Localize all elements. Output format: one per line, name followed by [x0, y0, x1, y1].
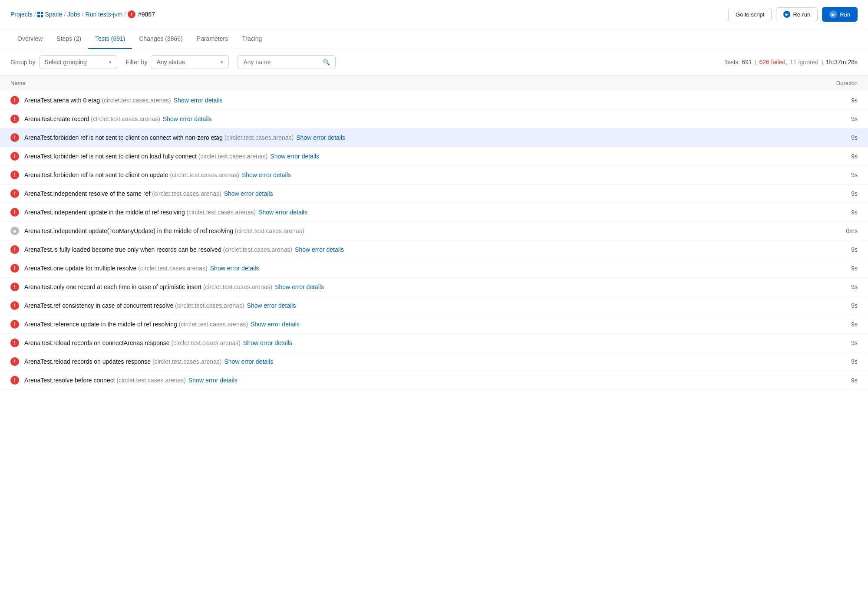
- search-icon: 🔍: [323, 59, 330, 66]
- table-header: Name Duration: [0, 76, 868, 91]
- tab-overview[interactable]: Overview: [10, 29, 50, 49]
- show-error-details-link[interactable]: Show error details: [296, 134, 345, 141]
- test-name: ArenaTest.independent update in the midd…: [24, 209, 818, 216]
- tab-tests[interactable]: Tests (691): [88, 29, 132, 49]
- show-error-details-link[interactable]: Show error details: [224, 358, 273, 365]
- breadcrumb-space[interactable]: Space: [37, 11, 62, 18]
- table-row[interactable]: !ArenaTest.independent update in the mid…: [0, 203, 868, 222]
- show-error-details-link[interactable]: Show error details: [243, 339, 292, 346]
- status-icon: !: [10, 115, 19, 123]
- test-duration: 9s: [823, 153, 858, 160]
- test-package: (circlet.test.cases.arenas): [115, 377, 186, 384]
- play-icon: ▶: [783, 11, 790, 18]
- show-error-details-link[interactable]: Show error details: [163, 115, 212, 122]
- test-name-text: ArenaTest.only one record at each time i…: [24, 283, 201, 290]
- breadcrumb-jobs[interactable]: Jobs: [67, 11, 80, 18]
- table-row[interactable]: !ArenaTest.reference update in the middl…: [0, 315, 868, 334]
- test-name-text: ArenaTest.reference update in the middle…: [24, 321, 177, 328]
- run-id: #9867: [138, 11, 155, 18]
- show-error-details-link[interactable]: Show error details: [270, 153, 319, 160]
- stats-total: Tests: 691: [724, 59, 752, 66]
- re-run-button[interactable]: ▶ Re-run: [776, 7, 818, 21]
- test-duration: 9s: [823, 265, 858, 272]
- test-package: (circlet.test.cases.arenas): [173, 302, 244, 309]
- tab-tracing[interactable]: Tracing: [235, 29, 269, 49]
- test-duration: 9s: [823, 115, 858, 122]
- table-row[interactable]: !ArenaTest.forbidden ref is not sent to …: [0, 166, 868, 184]
- test-package: (circlet.test.cases.arenas): [201, 283, 272, 290]
- group-by-dropdown[interactable]: Select grouping ▾: [39, 55, 117, 69]
- status-icon: ●: [10, 227, 19, 235]
- show-error-details-link[interactable]: Show error details: [275, 283, 324, 290]
- table-row[interactable]: ●ArenaTest.independent update(TooManyUpd…: [0, 222, 868, 240]
- test-package: (circlet.test.cases.arenas): [89, 115, 160, 122]
- show-error-details-link[interactable]: Show error details: [251, 321, 300, 328]
- filter-by-group: Filter by Any status ▾: [126, 55, 229, 69]
- test-name: ArenaTest.forbidden ref is not sent to c…: [24, 171, 818, 178]
- status-icon: !: [10, 264, 19, 273]
- test-package: (circlet.test.cases.arenas): [150, 190, 221, 197]
- test-name-text: ArenaTest.create record: [24, 115, 89, 122]
- show-error-details-link[interactable]: Show error details: [224, 190, 273, 197]
- table-row[interactable]: !ArenaTest.arena with 0 etag (circlet.te…: [0, 91, 868, 110]
- breadcrumb-projects[interactable]: Projects: [10, 11, 33, 18]
- test-name: ArenaTest.independent resolve of the sam…: [24, 190, 818, 197]
- tab-parameters[interactable]: Parameters: [190, 29, 235, 49]
- table-row[interactable]: !ArenaTest.only one record at each time …: [0, 278, 868, 296]
- show-error-details-link[interactable]: Show error details: [188, 377, 238, 384]
- table-row[interactable]: !ArenaTest.reload records on updates res…: [0, 352, 868, 371]
- show-error-details-link[interactable]: Show error details: [295, 246, 344, 253]
- table-row[interactable]: !ArenaTest.ref consistency in case of co…: [0, 296, 868, 315]
- test-name-text: ArenaTest.independent update(TooManyUpda…: [24, 227, 233, 234]
- breadcrumb-sep4: /: [124, 11, 126, 18]
- test-package: (circlet.test.cases.arenas): [151, 358, 221, 365]
- test-stats: Tests: 691 ( 626 failed, 11 ignored ) 1h…: [724, 59, 858, 66]
- status-icon: !: [10, 376, 19, 385]
- test-duration: 9s: [823, 246, 858, 253]
- test-duration: 9s: [823, 134, 858, 141]
- test-package: (circlet.test.cases.arenas): [221, 246, 292, 253]
- status-icon: !: [10, 96, 19, 105]
- show-error-details-link[interactable]: Show error details: [210, 265, 259, 272]
- test-name-text: ArenaTest.forbidden ref is not sent to c…: [24, 171, 168, 178]
- chevron-down-icon-2: ▾: [221, 59, 223, 65]
- table-row[interactable]: !ArenaTest.one update for multiple resol…: [0, 259, 868, 278]
- test-name-text: ArenaTest.is fully loaded become true on…: [24, 246, 221, 253]
- test-name-text: ArenaTest.independent resolve of the sam…: [24, 190, 150, 197]
- status-icon: !: [10, 301, 19, 310]
- status-icon: !: [10, 320, 19, 329]
- table-row[interactable]: !ArenaTest.create record (circlet.test.c…: [0, 110, 868, 128]
- test-name: ArenaTest.only one record at each time i…: [24, 283, 818, 290]
- breadcrumb-sep1: /: [34, 11, 36, 18]
- filter-by-dropdown[interactable]: Any status ▾: [151, 55, 229, 69]
- breadcrumb-run[interactable]: Run tests-jvm: [86, 11, 123, 18]
- tab-steps[interactable]: Steps (2): [50, 29, 88, 49]
- table-row[interactable]: !ArenaTest.is fully loaded become true o…: [0, 240, 868, 259]
- stats-duration: 1h:37m:28s: [826, 59, 858, 66]
- test-duration: 9s: [823, 283, 858, 290]
- search-input[interactable]: [243, 59, 319, 66]
- filter-by-value: Any status: [156, 59, 185, 66]
- table-row[interactable]: !ArenaTest.forbidden ref is not sent to …: [0, 147, 868, 166]
- table-row[interactable]: !ArenaTest.resolve before connect (circl…: [0, 371, 868, 390]
- chevron-down-icon: ▾: [109, 59, 112, 65]
- show-error-details-link[interactable]: Show error details: [258, 209, 307, 216]
- stats-ignored: 11 ignored: [790, 59, 818, 66]
- run-button[interactable]: ▶ Run: [822, 7, 858, 22]
- table-row[interactable]: !ArenaTest.independent resolve of the sa…: [0, 184, 868, 203]
- table-row[interactable]: !ArenaTest.forbidden ref is not sent to …: [0, 128, 868, 147]
- tab-changes[interactable]: Changes (3866): [132, 29, 189, 49]
- stats-failed: 626 failed,: [759, 59, 787, 66]
- table-row[interactable]: !ArenaTest.reload records on connectAren…: [0, 334, 868, 352]
- go-to-script-button[interactable]: Go to script: [728, 8, 772, 21]
- test-package: (circlet.test.cases.arenas): [136, 265, 207, 272]
- test-name: ArenaTest.arena with 0 etag (circlet.tes…: [24, 97, 818, 104]
- test-package: (circlet.test.cases.arenas): [185, 209, 256, 216]
- col-duration-header: Duration: [823, 80, 858, 86]
- show-error-details-link[interactable]: Show error details: [247, 302, 296, 309]
- show-error-details-link[interactable]: Show error details: [242, 171, 291, 178]
- test-duration: 9s: [823, 339, 858, 346]
- name-search-box[interactable]: 🔍: [238, 55, 336, 69]
- show-error-details-link[interactable]: Show error details: [174, 97, 223, 104]
- grid-icon: [37, 12, 43, 17]
